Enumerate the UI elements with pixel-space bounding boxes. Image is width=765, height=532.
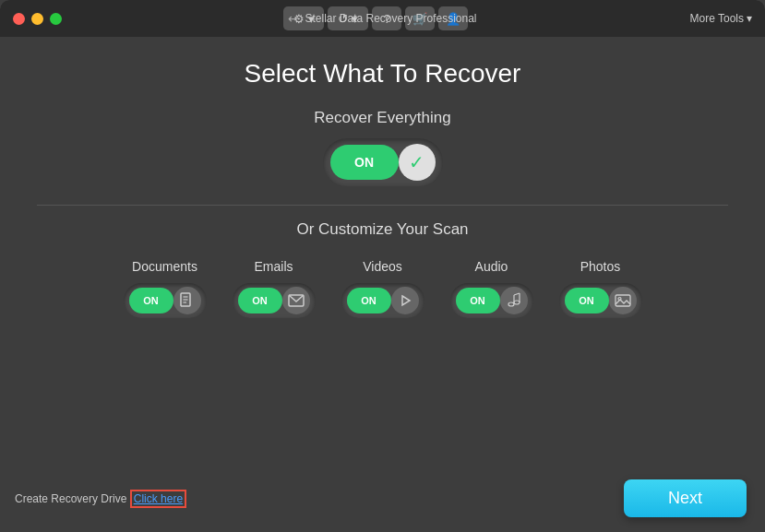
category-emails: Emails ON [233, 259, 316, 318]
category-photos-label: Photos [580, 259, 621, 274]
maximize-button[interactable] [50, 13, 62, 25]
documents-toggle[interactable]: ON [124, 283, 207, 318]
toggle-checkmark-icon: ✓ [399, 144, 436, 181]
audio-toggle-on: ON [456, 288, 500, 313]
traffic-lights [13, 13, 62, 25]
svg-line-8 [514, 293, 520, 295]
svg-marker-5 [402, 296, 410, 305]
recover-everything-label: Recover Everything [314, 109, 450, 127]
category-videos: Videos ON [341, 259, 424, 318]
audio-toggle[interactable]: ON [450, 283, 533, 318]
category-audio: Audio ON [450, 259, 533, 318]
next-button[interactable]: Next [624, 479, 747, 517]
photos-icon [609, 287, 637, 314]
videos-icon [391, 287, 419, 314]
recover-everything-toggle[interactable]: ON ✓ [323, 138, 443, 186]
emails-toggle-on: ON [238, 288, 282, 313]
emails-icon [282, 287, 310, 314]
category-documents-label: Documents [132, 259, 197, 274]
close-button[interactable] [13, 13, 25, 25]
audio-icon [500, 287, 528, 314]
svg-rect-11 [616, 295, 630, 306]
category-photos: Photos ON [559, 259, 642, 318]
title-bar: ↩ Stellar Data Recovery Professional ⚙ ▾… [0, 0, 765, 37]
page-title: Select What To Recover [245, 59, 521, 89]
app-title: Stellar Data Recovery Professional [305, 12, 476, 25]
category-audio-label: Audio [475, 259, 508, 274]
category-emails-label: Emails [254, 259, 293, 274]
more-tools-area[interactable]: More Tools ▾ [690, 12, 752, 25]
categories-row: Documents ON Emails ON [124, 259, 642, 318]
click-here-link[interactable]: Click here [130, 490, 186, 508]
more-tools-chevron-icon: ▾ [747, 12, 752, 25]
category-documents: Documents ON [124, 259, 207, 318]
emails-toggle[interactable]: ON [233, 283, 316, 318]
photos-toggle-on: ON [565, 288, 609, 313]
back-arrow-icon[interactable]: ↩ [288, 11, 299, 26]
documents-toggle-on: ON [129, 288, 173, 313]
svg-point-6 [508, 302, 514, 306]
videos-toggle[interactable]: ON [341, 283, 424, 318]
customize-scan-label: Or Customize Your Scan [296, 220, 468, 239]
category-videos-label: Videos [363, 259, 402, 274]
documents-icon [173, 287, 201, 314]
videos-toggle-on: ON [347, 288, 391, 313]
create-recovery-drive-label: Create Recovery Drive [15, 492, 126, 505]
footer: Create Recovery Drive Click here Next [0, 479, 765, 517]
footer-left: Create Recovery Drive Click here [15, 492, 186, 505]
divider [37, 205, 728, 206]
more-tools-label: More Tools [690, 12, 744, 25]
photos-toggle[interactable]: ON [559, 283, 642, 318]
main-content: Select What To Recover Recover Everythin… [0, 37, 765, 361]
toggle-on-label: ON [330, 145, 399, 180]
svg-point-9 [514, 301, 520, 304]
minimize-button[interactable] [31, 13, 43, 25]
title-center: ↩ Stellar Data Recovery Professional [288, 11, 476, 26]
